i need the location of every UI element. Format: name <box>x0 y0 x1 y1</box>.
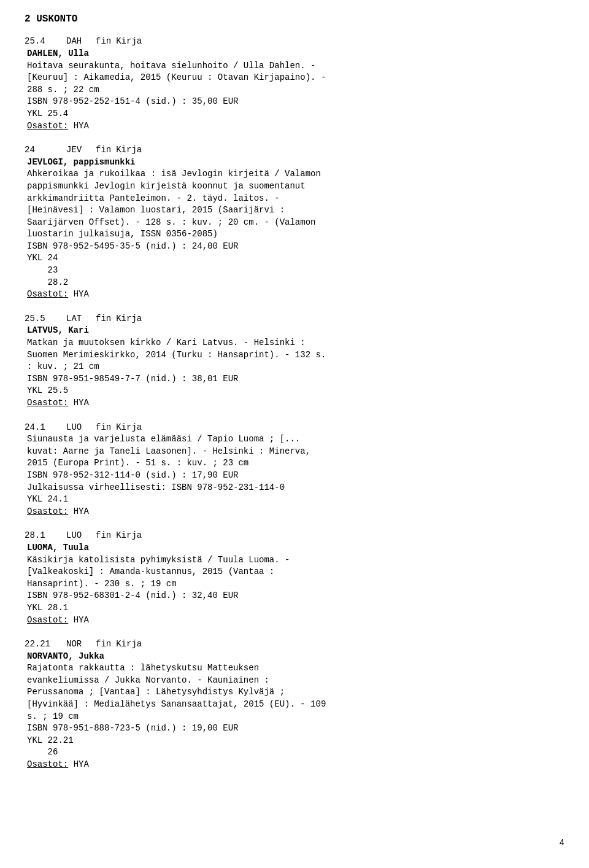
entry-3-lang2: fin <box>96 313 111 325</box>
entry-1-author: DAHLEN, Ulla <box>27 48 564 60</box>
entry-3-ykl-num: 25.5 <box>25 313 61 325</box>
entry-3-osastot-value: HYA <box>74 398 89 408</box>
entry-2-osastot-value: HYA <box>74 289 89 299</box>
entry-6-author: NORVANTO, Jukka <box>27 651 564 663</box>
entry-6-header: 22.21 NOR fin Kirja <box>25 638 564 651</box>
page-number: 4 <box>560 837 564 850</box>
entry-2: 24 JEV fin Kirja JEVLOGI, pappismunkki A… <box>25 144 564 301</box>
entry-5-body: Käsikirja katolisista pyhimyksistä / Tuu… <box>27 554 564 614</box>
entry-4-lang2: fin <box>96 422 111 434</box>
entry-2-osastot-label: Osastot: <box>27 289 68 299</box>
entry-5-ykl-num: 28.1 <box>25 530 61 542</box>
entry-5-osastot: Osastot: HYA <box>27 614 564 627</box>
entry-2-body: Ahkeroikaa ja rukoilkaa : isä Jevlogin k… <box>27 168 564 289</box>
entry-5-osastot-value: HYA <box>74 615 89 625</box>
entry-1-type: Kirja <box>116 36 142 48</box>
entry-5-type: Kirja <box>116 530 142 542</box>
entry-1-osastot-value: HYA <box>74 121 89 131</box>
entry-2-header: 24 JEV fin Kirja <box>25 144 564 157</box>
entry-5-header: 28.1 LUO fin Kirja <box>25 530 564 542</box>
entry-3-header: 25.5 LAT fin Kirja <box>25 313 564 325</box>
entry-6-type: Kirja <box>116 638 142 651</box>
entry-6-lang: NOR <box>66 638 91 651</box>
entry-2-type: Kirja <box>116 144 142 157</box>
entry-4-type: Kirja <box>116 422 142 434</box>
entry-4-body: Siunausta ja varjelusta elämääsi / Tapio… <box>27 433 564 506</box>
entry-2-author: JEVLOGI, pappismunkki <box>27 157 564 169</box>
entry-3-lang: LAT <box>66 313 91 325</box>
page-container: 2 USKONTO 25.4 DAH fin Kirja DAHLEN, Ull… <box>25 12 564 856</box>
entry-2-lang2: fin <box>96 144 111 157</box>
entry-1-body: Hoitava seurakunta, hoitava sielunhoito … <box>27 60 564 120</box>
entry-4-ykl-num: 24.1 <box>25 422 61 434</box>
entry-4-header: 24.1 LUO fin Kirja <box>25 422 564 434</box>
entry-5-osastot-label: Osastot: <box>27 615 68 625</box>
entry-6: 22.21 NOR fin Kirja NORVANTO, Jukka Raja… <box>25 638 564 771</box>
entry-3-type: Kirja <box>116 313 142 325</box>
entry-4-osastot-label: Osastot: <box>27 506 68 516</box>
entry-5-lang2: fin <box>96 530 111 542</box>
entry-1-ykl-num: 25.4 <box>25 36 61 48</box>
entry-1-lang2: fin <box>96 36 111 48</box>
entry-2-ykl-num: 24 <box>25 144 61 157</box>
entry-6-body: Rajatonta rakkautta : lähetyskutsu Matte… <box>27 662 564 759</box>
entry-5: 28.1 LUO fin Kirja LUOMA, Tuula Käsikirj… <box>25 530 564 626</box>
entry-2-lang: JEV <box>66 144 91 157</box>
entry-1: 25.4 DAH fin Kirja DAHLEN, Ulla Hoitava … <box>25 36 564 132</box>
entry-6-osastot: Osastot: HYA <box>27 759 564 771</box>
entry-6-ykl-num: 22.21 <box>25 638 61 651</box>
entry-6-lang2: fin <box>96 638 111 651</box>
entry-6-osastot-label: Osastot: <box>27 759 68 769</box>
entry-3-osastot-label: Osastot: <box>27 398 68 408</box>
entry-3-author: LATVUS, Kari <box>27 325 564 337</box>
entry-1-lang: DAH <box>66 36 91 48</box>
entry-4-osastot: Osastot: HYA <box>27 506 564 518</box>
entry-1-osastot: Osastot: HYA <box>27 120 564 133</box>
entry-1-header: 25.4 DAH fin Kirja <box>25 36 564 48</box>
entry-2-osastot: Osastot: HYA <box>27 289 564 301</box>
section-heading: 2 USKONTO <box>25 12 564 26</box>
entry-3-body: Matkan ja muutoksen kirkko / Kari Latvus… <box>27 337 564 397</box>
entry-3: 25.5 LAT fin Kirja LATVUS, Kari Matkan j… <box>25 313 564 409</box>
entry-5-author: LUOMA, Tuula <box>27 542 564 554</box>
entry-4-osastot-value: HYA <box>74 506 89 516</box>
entry-4: 24.1 LUO fin Kirja Siunausta ja varjelus… <box>25 422 564 518</box>
entry-3-osastot: Osastot: HYA <box>27 397 564 409</box>
entry-1-osastot-label: Osastot: <box>27 121 68 131</box>
entry-5-lang: LUO <box>66 530 91 542</box>
entry-4-lang: LUO <box>66 422 91 434</box>
entry-6-osastot-value: HYA <box>74 759 89 769</box>
